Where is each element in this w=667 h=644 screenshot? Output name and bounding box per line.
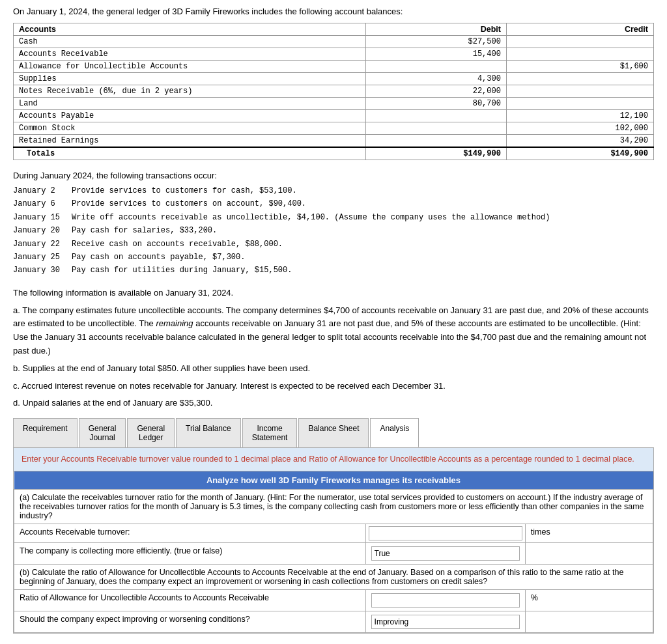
- transaction-item: January 2Provide services to customers f…: [13, 184, 654, 197]
- accounts-header: Accounts: [14, 23, 366, 36]
- total-label: Totals: [14, 147, 366, 160]
- tab-income-statement[interactable]: Income Statement: [242, 418, 298, 447]
- account-debit: 80,700: [365, 98, 506, 110]
- ar-turnover-input[interactable]: [369, 526, 522, 540]
- account-row: Allowance for Uncollectible Accounts$1,6…: [14, 61, 654, 73]
- account-credit: $1,600: [506, 61, 653, 73]
- account-credit: 34,200: [506, 135, 653, 148]
- info-section: The following information is available o…: [13, 287, 654, 410]
- analysis-table: Analyze how well 3D Family Fireworks man…: [14, 471, 653, 633]
- account-credit: [506, 98, 653, 110]
- account-row: Cash$27,500: [14, 36, 654, 48]
- account-credit: 102,000: [506, 122, 653, 135]
- account-row: Accounts Payable12,100: [14, 110, 654, 122]
- account-debit: 4,300: [365, 73, 506, 85]
- account-credit: 12,100: [506, 110, 653, 122]
- debit-header: Debit: [365, 23, 506, 36]
- account-row: Land80,700: [14, 98, 654, 110]
- account-credit: [506, 73, 653, 85]
- transactions-section: During January 2024, the following trans…: [13, 171, 654, 277]
- account-debit: [365, 135, 506, 148]
- account-row: Accounts Receivable15,400: [14, 48, 654, 61]
- account-name: Accounts Receivable: [14, 48, 366, 61]
- ratio-row: Ratio of Allowance for Uncollectible Acc…: [14, 589, 653, 611]
- info-item: c. Accrued interest revenue on notes rec…: [13, 380, 654, 393]
- info-header: The following information is available o…: [13, 287, 654, 300]
- ratio-input[interactable]: [371, 593, 520, 608]
- account-name: Common Stock: [14, 122, 366, 135]
- account-debit: 22,000: [365, 85, 506, 98]
- transaction-item: January 6Provide services to customers o…: [13, 197, 654, 210]
- transaction-list: January 2Provide services to customers f…: [13, 184, 654, 277]
- ar-input-cell: [365, 524, 525, 542]
- efficiency-value-cell: [365, 542, 525, 564]
- info-item: b. Supplies at the end of January total …: [13, 362, 654, 376]
- info-item: a. The company estimates future uncollec…: [13, 304, 654, 358]
- condition-row: Should the company expect improving or w…: [14, 611, 653, 632]
- account-name: Retained Earnings: [14, 135, 366, 148]
- account-debit: [365, 61, 506, 73]
- efficiency-label: The company is collecting more efficient…: [14, 542, 366, 564]
- account-debit: 15,400: [365, 48, 506, 61]
- transaction-item: January 22Receive cash on accounts recei…: [13, 238, 654, 251]
- instruction-bar: Enter your Accounts Receivable turnover …: [14, 448, 653, 471]
- tab-analysis[interactable]: Analysis: [370, 418, 419, 447]
- part-b-question: (b) Calculate the ratio of Allowance for…: [14, 564, 653, 589]
- transactions-intro: During January 2024, the following trans…: [13, 171, 654, 180]
- info-item: d. Unpaid salaries at the end of January…: [13, 397, 654, 410]
- ar-turnover-row: Accounts Receivable turnover: times: [14, 524, 653, 542]
- account-credit: [506, 36, 653, 48]
- tabs-container: RequirementGeneral JournalGeneral Ledger…: [13, 418, 654, 447]
- account-row: Common Stock102,000: [14, 122, 654, 135]
- efficiency-row: The company is collecting more efficient…: [14, 542, 653, 564]
- credit-header: Credit: [506, 23, 653, 36]
- tab-general-journal[interactable]: General Journal: [79, 418, 126, 447]
- part-a-question: (a) Calculate the receivables turnover r…: [14, 489, 653, 524]
- tab-general-ledger[interactable]: General Ledger: [127, 418, 175, 447]
- account-debit: $27,500: [365, 36, 506, 48]
- part-a-question-row: (a) Calculate the receivables turnover r…: [14, 489, 653, 524]
- analysis-header: Analyze how well 3D Family Fireworks man…: [14, 471, 653, 490]
- transaction-item: January 15Write off accounts receivable …: [13, 211, 654, 224]
- total-row: Totals$149,900$149,900: [14, 147, 654, 160]
- account-debit: [365, 122, 506, 135]
- account-name: Notes Receivable (6%, due in 2 years): [14, 85, 366, 98]
- condition-unit: [525, 611, 653, 632]
- part-b-question-row: (b) Calculate the ratio of Allowance for…: [14, 564, 653, 589]
- condition-value-cell: [365, 611, 525, 632]
- efficiency-unit: [525, 542, 653, 564]
- ar-unit: times: [525, 524, 653, 542]
- account-name: Allowance for Uncollectible Accounts: [14, 61, 366, 73]
- account-credit: [506, 85, 653, 98]
- ratio-label: Ratio of Allowance for Uncollectible Acc…: [14, 589, 366, 611]
- account-name: Cash: [14, 36, 366, 48]
- condition-input[interactable]: [371, 615, 520, 629]
- ratio-unit: %: [525, 589, 653, 611]
- account-credit: [506, 48, 653, 61]
- total-debit: $149,900: [365, 147, 506, 160]
- account-row: Supplies4,300: [14, 73, 654, 85]
- efficiency-input[interactable]: [371, 546, 520, 561]
- transaction-item: January 20Pay cash for salaries, $33,200…: [13, 224, 654, 237]
- account-name: Supplies: [14, 73, 366, 85]
- account-balance-table: Accounts Debit Credit Cash$27,500Account…: [13, 23, 654, 160]
- tab-requirement[interactable]: Requirement: [13, 418, 78, 447]
- tab-content: Enter your Accounts Receivable turnover …: [13, 447, 654, 634]
- account-row: Notes Receivable (6%, due in 2 years)22,…: [14, 85, 654, 98]
- ratio-input-cell: [365, 589, 525, 611]
- ar-label: Accounts Receivable turnover:: [14, 524, 366, 542]
- condition-label: Should the company expect improving or w…: [14, 611, 366, 632]
- account-debit: [365, 110, 506, 122]
- transaction-item: January 25Pay cash on accounts payable, …: [13, 251, 654, 264]
- account-name: Land: [14, 98, 366, 110]
- tab-balance-sheet[interactable]: Balance Sheet: [298, 418, 369, 447]
- total-credit: $149,900: [506, 147, 653, 160]
- account-row: Retained Earnings34,200: [14, 135, 654, 148]
- account-name: Accounts Payable: [14, 110, 366, 122]
- intro-text: On January 1, 2024, the general ledger o…: [13, 7, 654, 16]
- tab-trial-balance[interactable]: Trial Balance: [176, 418, 241, 447]
- transaction-item: January 30Pay cash for utilities during …: [13, 264, 654, 277]
